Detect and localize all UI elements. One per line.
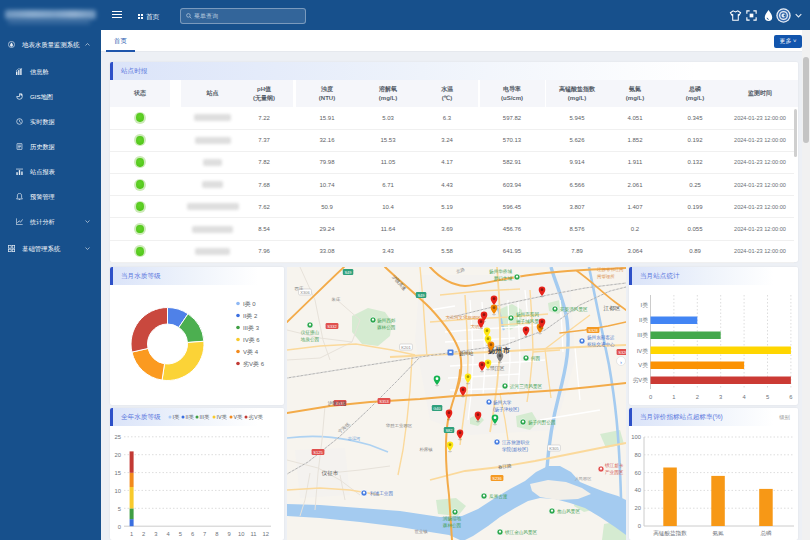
svg-text:高锰酸盐指数: 高锰酸盐指数	[653, 530, 687, 537]
svg-text:IV类 6: IV类 6	[243, 337, 260, 343]
svg-text:6: 6	[191, 531, 194, 537]
svg-text:朱庄: 朱庄	[332, 297, 341, 302]
svg-text:邗江区: 邗江区	[490, 365, 505, 372]
svg-text:III类 3: III类 3	[243, 325, 260, 331]
svg-text:劣V类 6: 劣V类 6	[243, 361, 265, 368]
svg-text:80: 80	[635, 452, 641, 458]
svg-text:›: ›	[620, 359, 622, 365]
svg-text:氨氮: 氨氮	[712, 530, 724, 536]
svg-text:8: 8	[215, 531, 218, 537]
svg-text:2: 2	[696, 394, 699, 400]
svg-text:仪征市: 仪征市	[322, 470, 339, 476]
svg-text:IV类: IV类	[637, 348, 648, 354]
svg-text:K201: K201	[401, 345, 411, 350]
svg-text:G40: G40	[433, 406, 441, 411]
svg-text:世业镇: 世业镇	[414, 529, 428, 534]
svg-text:III类: III类	[637, 332, 648, 338]
svg-text:S125: S125	[313, 450, 323, 455]
svg-text:7: 7	[203, 531, 206, 537]
svg-text:S353: S353	[379, 399, 389, 404]
svg-text:11: 11	[250, 531, 256, 537]
svg-text:V类: V类	[234, 414, 244, 420]
svg-text:焦山风景区: 焦山风景区	[557, 509, 580, 514]
svg-text:枢纽交通中心: 枢纽交通中心	[587, 341, 615, 347]
svg-text:1: 1	[130, 531, 133, 537]
svg-text:V类 4: V类 4	[243, 349, 259, 355]
svg-text:学院(新校区): 学院(新校区)	[502, 446, 528, 453]
svg-text:沪陕高速: 沪陕高速	[328, 400, 347, 406]
svg-text:S49: S49	[344, 270, 352, 275]
svg-text:0: 0	[118, 524, 121, 530]
svg-text:4: 4	[166, 531, 170, 537]
svg-text:华胜工业园区: 华胜工业园区	[386, 423, 413, 428]
svg-text:0: 0	[649, 394, 652, 400]
svg-text:朴席镇: 朴席镇	[418, 447, 433, 452]
svg-text:3: 3	[154, 531, 157, 537]
svg-text:江苏旅游职业: 江苏旅游职业	[502, 439, 530, 446]
svg-text:IV类: IV类	[217, 414, 228, 420]
svg-text:1: 1	[672, 394, 675, 400]
svg-text:S82: S82	[445, 428, 453, 433]
svg-text:II类: II类	[639, 317, 648, 323]
svg-text:5: 5	[179, 531, 182, 537]
svg-text:劣V类: 劣V类	[249, 414, 264, 421]
svg-text:大运河文化旅游区: 大运河文化旅游区	[445, 314, 481, 320]
svg-text:100: 100	[631, 434, 641, 440]
svg-text:S236: S236	[492, 476, 502, 481]
svg-text:15: 15	[115, 470, 121, 476]
svg-text:仪征捺山: 仪征捺山	[300, 329, 320, 336]
svg-text:润扬湿地: 润扬湿地	[443, 515, 462, 522]
svg-text:S332: S332	[327, 324, 337, 329]
svg-text:V类: V类	[638, 362, 648, 368]
svg-text:20: 20	[115, 452, 121, 458]
svg-text:江都区: 江都区	[604, 305, 621, 312]
svg-text:10: 10	[238, 531, 244, 537]
svg-text:20: 20	[635, 505, 641, 511]
svg-text:S328: S328	[588, 328, 598, 333]
svg-text:吉运河: 吉运河	[348, 436, 361, 441]
svg-text:I类: I类	[641, 302, 649, 308]
svg-text:25: 25	[115, 434, 121, 440]
svg-text:镇江金山风景区: 镇江金山风景区	[504, 530, 538, 535]
svg-text:III类: III类	[200, 414, 210, 420]
svg-text:西庄: 西庄	[295, 286, 304, 291]
svg-text:4: 4	[742, 394, 746, 400]
svg-text:40: 40	[635, 487, 641, 493]
svg-text:II类: II类	[186, 414, 195, 420]
svg-text:5: 5	[766, 394, 769, 400]
svg-text:运河三湾风景区: 运河三湾风景区	[509, 384, 543, 389]
svg-text:I类 0: I类 0	[243, 301, 256, 307]
svg-text:12: 12	[262, 531, 268, 537]
svg-text:10: 10	[115, 488, 121, 494]
svg-text:5: 5	[118, 506, 121, 512]
svg-text:0: 0	[638, 523, 641, 529]
svg-text:2: 2	[142, 531, 145, 537]
svg-text:人民园区: 人民园区	[575, 476, 593, 481]
svg-text:利浦工业园: 利浦工业园	[370, 490, 393, 497]
svg-text:60: 60	[635, 470, 641, 476]
svg-text:S49: S49	[417, 293, 425, 298]
svg-text:I类: I类	[173, 414, 180, 420]
svg-text:镇江新卡: 镇江新卡	[604, 463, 624, 468]
svg-text:6: 6	[789, 394, 792, 400]
svg-text:K305: K305	[549, 446, 559, 451]
svg-text:II类 2: II类 2	[243, 313, 258, 319]
svg-text:S326: S326	[618, 350, 626, 355]
svg-text:9: 9	[227, 531, 230, 537]
svg-text:3: 3	[719, 394, 722, 400]
svg-text:劣V类: 劣V类	[633, 377, 649, 384]
svg-text:总磷: 总磷	[759, 530, 772, 536]
